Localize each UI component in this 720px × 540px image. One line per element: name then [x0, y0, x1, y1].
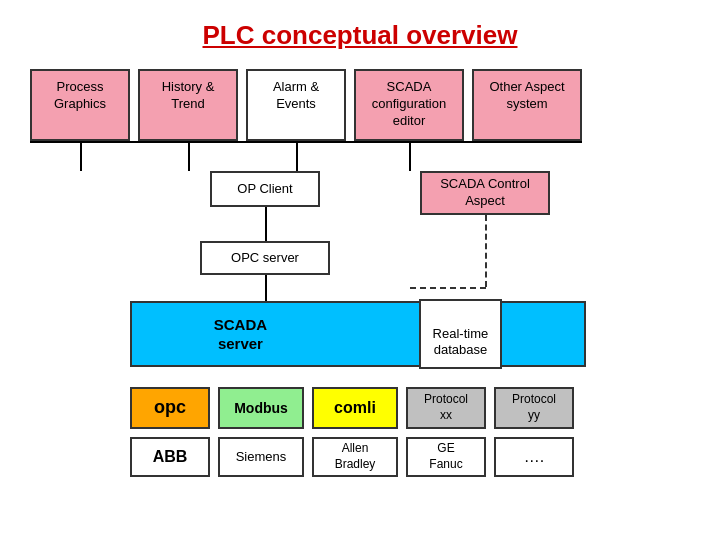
box-process-graphics: Process Graphics	[30, 69, 130, 141]
box-history-trend: History & Trend	[138, 69, 238, 141]
box-realtime-db: Real-time database	[419, 299, 503, 370]
vline-ae	[296, 141, 298, 171]
box-scada-control: SCADA Control Aspect	[420, 171, 550, 215]
box-protocol-yy: Protocol yy	[494, 387, 574, 429]
box-ge-fanuc: GE Fanuc	[406, 437, 486, 477]
box-modbus: Modbus	[218, 387, 304, 429]
vline-opc-server	[265, 275, 267, 301]
box-op-client: OP Client	[210, 171, 320, 207]
dashed-vline-scada-control	[485, 215, 487, 287]
box-opc: opc	[130, 387, 210, 429]
box-dots: ….	[494, 437, 574, 477]
vline-pg	[80, 141, 82, 171]
box-allen-bradley: Allen Bradley	[312, 437, 398, 477]
vline-op-client	[265, 207, 267, 241]
vline-ht	[188, 141, 190, 171]
box-siemens: Siemens	[218, 437, 304, 477]
vline-sc	[409, 141, 411, 171]
page: PLC conceptual overview Process Graphics…	[0, 0, 720, 540]
dashed-hline	[410, 287, 486, 289]
scada-server-area: SCADA server Real-time database	[130, 301, 586, 367]
box-opc-server: OPC server	[200, 241, 330, 275]
box-scada-config: SCADA configuration editor	[354, 69, 464, 141]
diagram: Process Graphics History & Trend Alarm &…	[30, 69, 690, 499]
hline-top	[30, 141, 582, 143]
box-abb: ABB	[130, 437, 210, 477]
box-comli: comli	[312, 387, 398, 429]
box-alarm-events: Alarm & Events	[246, 69, 346, 141]
page-title: PLC conceptual overview	[30, 20, 690, 51]
box-protocol-xx: Protocol xx	[406, 387, 486, 429]
box-other-aspect: Other Aspect system	[472, 69, 582, 141]
scada-server-label: SCADA server	[214, 315, 267, 354]
